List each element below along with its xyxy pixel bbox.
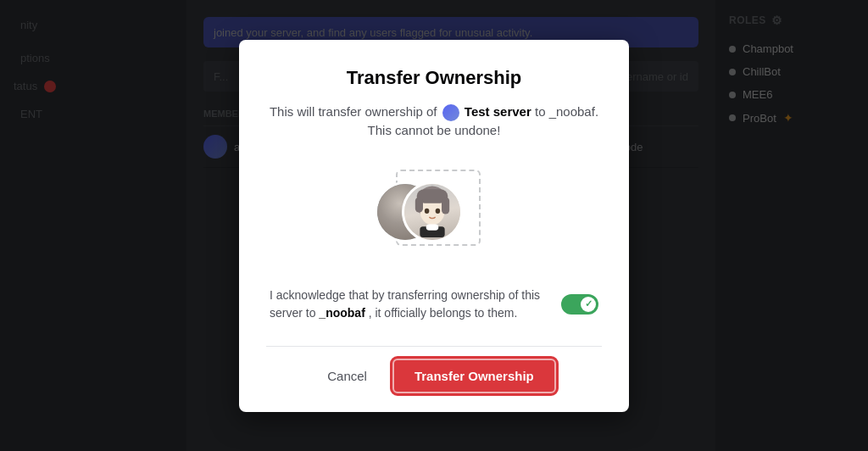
avatar-to	[402, 181, 463, 242]
svg-point-6	[436, 208, 441, 213]
acknowledge-row: I acknowledge that by transferring owner…	[266, 287, 602, 322]
check-icon: ✓	[585, 297, 593, 311]
toggle-knob: ✓	[581, 297, 596, 312]
svg-rect-3	[415, 197, 423, 212]
avatar-transfer-visual	[266, 161, 602, 263]
svg-rect-8	[426, 224, 439, 230]
transfer-ownership-modal: Transfer Ownership This will transfer ow…	[239, 40, 629, 412]
svg-rect-4	[442, 197, 449, 214]
svg-point-5	[425, 208, 430, 213]
transfer-ownership-button[interactable]: Transfer Ownership	[394, 360, 554, 392]
server-icon	[442, 104, 459, 121]
modal-title: Transfer Ownership	[266, 67, 602, 89]
acknowledge-toggle[interactable]: ✓	[561, 294, 598, 315]
cancel-button[interactable]: Cancel	[314, 360, 381, 392]
modal-description: This will transfer ownership of Test ser…	[266, 103, 602, 141]
modal-footer: Cancel Transfer Ownership	[266, 346, 602, 392]
modal-overlay: Transfer Ownership This will transfer ow…	[0, 0, 868, 451]
acknowledge-text: I acknowledge that by transferring owner…	[270, 287, 551, 322]
avatar-illustration	[404, 184, 460, 240]
